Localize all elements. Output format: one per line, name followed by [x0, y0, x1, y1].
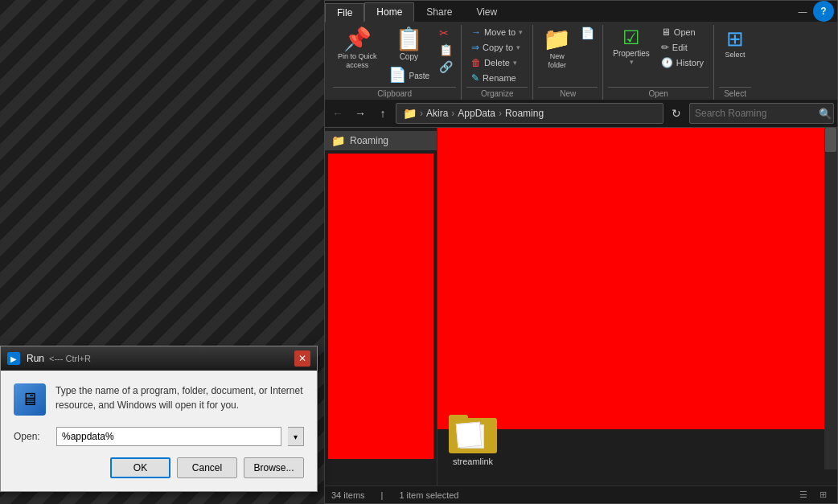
paste-shortcut-icon: 🔗 [439, 60, 453, 73]
open-label: Open [608, 87, 709, 100]
new-label: New [538, 87, 598, 100]
copy-label: Copy [400, 52, 418, 61]
run-dialog: ▶ Run <--- Ctrl+R ✕ 🖥 Type the name of a… [0, 346, 318, 492]
paste-shortcut-button[interactable]: 🔗 [436, 59, 456, 75]
paste-button[interactable]: 📄 Paste [384, 66, 435, 85]
run-close-button[interactable]: ✕ [294, 350, 310, 367]
search-box[interactable]: 🔍 [689, 103, 834, 124]
search-icon: 🔍 [819, 108, 832, 120]
run-description: Type the name of a program, folder, docu… [55, 383, 304, 416]
new-folder-label: Newfolder [548, 52, 566, 70]
tab-file[interactable]: File [325, 3, 364, 23]
folder-icon-big [449, 412, 497, 453]
run-icon-area: 🖥 [14, 383, 46, 416]
run-dropdown-button[interactable]: ▾ [288, 427, 304, 446]
pin-icon: 📌 [343, 28, 372, 51]
delete-button[interactable]: 🗑 Delete ▾ [466, 55, 528, 70]
path-akira[interactable]: Akira [426, 108, 448, 119]
delete-label: Delete [484, 58, 510, 68]
back-button[interactable]: ← [328, 104, 347, 123]
run-open-row: Open: ▾ [14, 427, 304, 446]
new-folder-button[interactable]: 📁 Newfolder [538, 25, 576, 73]
run-ok-button[interactable]: OK [110, 457, 170, 478]
details-view-button[interactable]: ☰ [795, 488, 811, 502]
paste-icon: 📄 [388, 68, 406, 82]
up-button[interactable]: ↑ [373, 104, 392, 123]
run-browse-button[interactable]: Browse... [244, 457, 304, 478]
move-to-chevron: ▾ [519, 28, 523, 36]
history-label: History [676, 58, 704, 68]
run-shortcut: <--- Ctrl+R [49, 354, 91, 363]
copy-path-button[interactable]: 📋 [436, 42, 456, 58]
copy-to-icon: ⇒ [471, 42, 479, 53]
history-icon: 🕐 [661, 57, 673, 68]
pin-label: Pin to Quickaccess [338, 52, 377, 70]
rename-label: Rename [483, 73, 516, 83]
rename-button[interactable]: ✎ Rename [466, 71, 528, 85]
forward-button[interactable]: → [351, 104, 370, 123]
rename-icon: ✎ [471, 72, 479, 84]
delete-icon: 🗑 [471, 57, 481, 68]
refresh-button[interactable]: ↻ [667, 104, 686, 123]
nav-item-label: Roaming [350, 135, 388, 146]
copy-to-button[interactable]: ⇒ Copy to ▾ [466, 40, 528, 55]
path-sep-3: › [499, 108, 502, 119]
move-to-label: Move to [484, 27, 516, 37]
properties-icon: ☑ [622, 28, 640, 47]
run-title-text: Run <--- Ctrl+R [27, 353, 288, 364]
tab-view[interactable]: View [464, 2, 509, 22]
new-item-button[interactable]: 📄 [577, 25, 598, 41]
paste-label: Paste [409, 72, 430, 80]
help-button[interactable]: ? [813, 1, 834, 22]
scrollbar[interactable] [824, 128, 837, 469]
minimize-button[interactable]: — [792, 1, 813, 22]
copy-path-icon: 📋 [439, 43, 453, 56]
scroll-thumb[interactable] [825, 128, 836, 152]
tab-share[interactable]: Share [414, 2, 464, 22]
status-bar: 34 items | 1 item selected ☰ ⊞ [325, 486, 837, 503]
main-red-area [437, 128, 824, 429]
edit-button[interactable]: ✏ Edit [656, 40, 709, 55]
copy-to-label: Copy to [483, 43, 513, 52]
view-controls: ☰ ⊞ [795, 488, 831, 502]
run-title-label: Run [27, 353, 44, 364]
open-button[interactable]: 🖥 Open [656, 25, 709, 39]
path-roaming[interactable]: Roaming [505, 108, 544, 119]
properties-label: Properties [613, 49, 650, 58]
open-icon: 🖥 [661, 27, 671, 38]
large-icons-view-button[interactable]: ⊞ [815, 488, 831, 502]
file-item-streamlink[interactable]: streamlink [446, 408, 500, 469]
search-input[interactable] [695, 108, 815, 119]
select-all-button[interactable]: ⊞ Select [719, 25, 751, 63]
address-path[interactable]: 📁 › Akira › AppData › Roaming [396, 103, 663, 124]
clipboard-label: Clipboard [333, 87, 456, 100]
run-body: 🖥 Type the name of a program, folder, do… [1, 371, 317, 491]
run-title-bar: ▶ Run <--- Ctrl+R ✕ [1, 346, 317, 371]
run-open-input[interactable] [56, 427, 281, 446]
ribbon-content: 📌 Pin to Quickaccess 📋 Copy 📄 Paste [325, 22, 837, 100]
properties-chevron: ▾ [630, 58, 634, 66]
new-folder-icon: 📁 [543, 28, 571, 51]
explorer-window: File Home Share View — ? 📌 Pin to Quicka… [324, 0, 838, 504]
path-sep-2: › [451, 108, 454, 119]
open-buttons: ☑ Properties ▾ 🖥 Open ✏ Edit 🕐 [608, 25, 709, 85]
run-cancel-button[interactable]: Cancel [177, 457, 237, 478]
run-buttons: OK Cancel Browse... [14, 457, 304, 478]
move-to-icon: → [471, 27, 481, 38]
path-sep-1: › [420, 108, 423, 119]
nav-panel: 📁 Roaming [325, 128, 437, 486]
new-item-icon: 📄 [581, 27, 594, 39]
tab-home[interactable]: Home [364, 2, 414, 22]
item-count: 34 items [331, 490, 365, 500]
cut-button[interactable]: ✂ [436, 25, 456, 41]
organize-buttons: → Move to ▾ ⇒ Copy to ▾ 🗑 Delete ▾ [466, 25, 528, 85]
history-button[interactable]: 🕐 History [656, 55, 709, 70]
properties-button[interactable]: ☑ Properties ▾ [608, 25, 655, 69]
copy-button[interactable]: 📋 Copy [384, 25, 435, 64]
edit-label: Edit [672, 43, 688, 52]
copy-to-chevron: ▾ [516, 43, 520, 51]
nav-item-roaming[interactable]: 📁 Roaming [325, 131, 437, 150]
path-appdata[interactable]: AppData [458, 108, 495, 119]
move-to-button[interactable]: → Move to ▾ [466, 25, 528, 39]
pin-to-quick-access-button[interactable]: 📌 Pin to Quickaccess [333, 25, 382, 73]
